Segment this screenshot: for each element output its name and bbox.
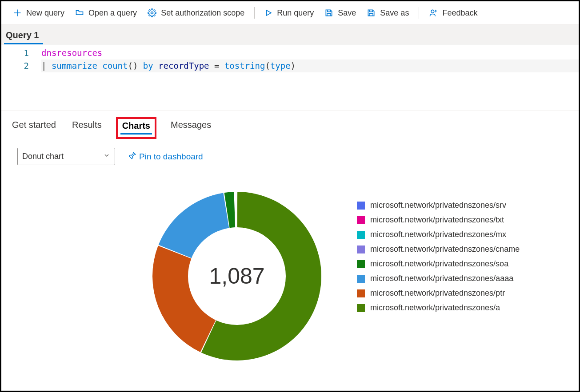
legend-label: microsoft.network/privatednszones/txt: [370, 215, 504, 225]
svg-point-1: [431, 10, 434, 13]
pin-label: Pin to dashboard: [139, 152, 203, 162]
tab-messages[interactable]: Messages: [169, 117, 213, 139]
run-query-button[interactable]: Run query: [259, 6, 319, 20]
legend-item[interactable]: microsoft.network/privatednszones/mx: [357, 230, 520, 239]
editor-gutter: 1 2: [1, 44, 41, 111]
save-icon: [324, 8, 333, 17]
legend-label: microsoft.network/privatednszones/mx: [370, 230, 506, 239]
run-query-label: Run query: [277, 9, 314, 17]
tab-get-started[interactable]: Get started: [10, 117, 58, 139]
legend-swatch: [357, 216, 365, 224]
legend-item[interactable]: microsoft.network/privatednszones/srv: [357, 201, 520, 210]
tab-charts[interactable]: Charts: [120, 120, 152, 135]
legend-swatch: [357, 245, 365, 253]
feedback-icon: [429, 8, 438, 17]
code-line: dnsresources: [41, 47, 579, 59]
new-query-button[interactable]: New query: [8, 6, 70, 20]
legend-label: microsoft.network/privatednszones/cname: [370, 245, 520, 254]
legend-label: microsoft.network/privatednszones/srv: [370, 201, 506, 210]
play-icon: [264, 9, 272, 17]
code-line: | summarize count() by recordType = tost…: [41, 59, 579, 72]
save-as-button[interactable]: Save as: [361, 6, 414, 20]
legend-swatch: [357, 275, 365, 283]
gear-icon: [148, 8, 156, 17]
legend-item[interactable]: microsoft.network/privatednszones/a: [357, 303, 520, 313]
legend-item[interactable]: microsoft.network/privatednszones/ptr: [357, 289, 520, 298]
divider: [254, 7, 255, 19]
query-tab-bar: Query 1: [1, 25, 579, 44]
save-label: Save: [338, 9, 356, 17]
line-number: 1: [1, 47, 29, 59]
set-scope-button[interactable]: Set authorization scope: [142, 6, 250, 20]
folder-open-icon: [75, 8, 84, 17]
legend-swatch: [357, 289, 365, 297]
results-tab-bar: Get started Results Charts Messages: [1, 111, 579, 139]
legend-item[interactable]: microsoft.network/privatednszones/cname: [357, 245, 520, 254]
pin-to-dashboard-link[interactable]: Pin to dashboard: [128, 151, 203, 162]
query-editor[interactable]: 1 2 dnsresources | summarize count() by …: [1, 44, 579, 111]
donut-slice[interactable]: [159, 193, 229, 258]
legend-swatch: [357, 231, 365, 239]
chevron-down-icon: [103, 152, 110, 161]
legend-label: microsoft.network/privatednszones/aaaa: [370, 274, 513, 283]
chart-type-select[interactable]: Donut chart: [17, 148, 115, 165]
svg-point-0: [151, 12, 153, 14]
new-query-label: New query: [26, 9, 64, 17]
legend-item[interactable]: microsoft.network/privatednszones/txt: [357, 215, 520, 225]
save-as-label: Save as: [380, 9, 409, 17]
chart-controls: Donut chart Pin to dashboard: [1, 139, 579, 165]
save-button[interactable]: Save: [319, 6, 361, 20]
chart-legend: microsoft.network/privatednszones/srvmic…: [357, 187, 520, 313]
save-as-icon: [367, 8, 376, 17]
legend-swatch: [357, 260, 365, 268]
line-number: 2: [1, 59, 29, 72]
pin-icon: [128, 151, 136, 162]
legend-label: microsoft.network/privatednszones/soa: [370, 259, 508, 269]
chart-area: 1,087 microsoft.network/privatednszones/…: [1, 165, 579, 365]
legend-item[interactable]: microsoft.network/privatednszones/soa: [357, 259, 520, 269]
legend-swatch: [357, 304, 365, 312]
legend-label: microsoft.network/privatednszones/ptr: [370, 289, 505, 298]
divider: [419, 7, 419, 19]
donut-slice[interactable]: [152, 246, 216, 352]
chart-type-value: Donut chart: [22, 152, 64, 161]
tab-results[interactable]: Results: [70, 117, 104, 139]
open-query-label: Open a query: [88, 9, 137, 17]
donut-chart[interactable]: 1,087: [148, 187, 326, 365]
toolbar: New query Open a query Set authorization…: [1, 1, 579, 25]
feedback-button[interactable]: Feedback: [424, 6, 483, 20]
legend-label: microsoft.network/privatednszones/a: [370, 303, 500, 313]
feedback-label: Feedback: [442, 9, 477, 17]
query-tab[interactable]: Query 1: [4, 25, 43, 44]
set-scope-label: Set authorization scope: [161, 9, 244, 17]
highlight-box: Charts: [116, 117, 156, 139]
plus-icon: [13, 8, 22, 17]
editor-code[interactable]: dnsresources | summarize count() by reco…: [41, 44, 579, 111]
open-query-button[interactable]: Open a query: [70, 6, 142, 20]
legend-item[interactable]: microsoft.network/privatednszones/aaaa: [357, 274, 520, 283]
legend-swatch: [357, 202, 365, 210]
